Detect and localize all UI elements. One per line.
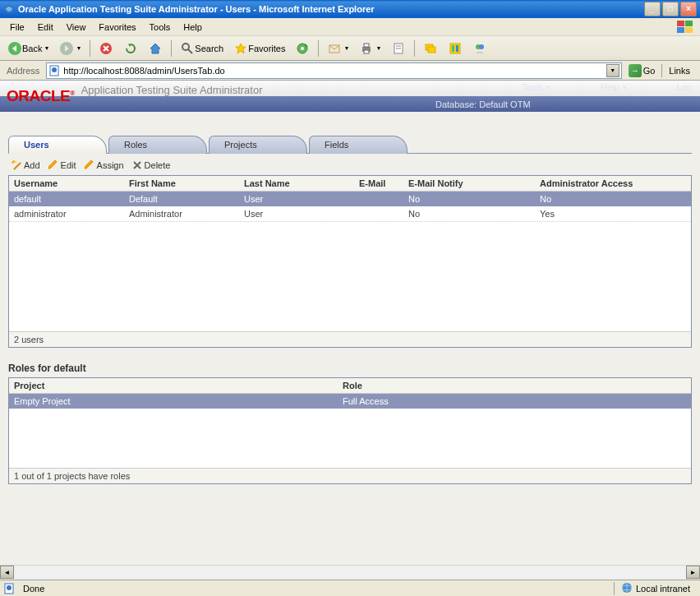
users-table-header: Username First Name Last Name E-Mail E-M… <box>9 176 691 192</box>
oracle-log-link[interactable]: Log <box>677 82 692 92</box>
menu-tools[interactable]: Tools <box>143 21 177 34</box>
research-button[interactable] <box>444 39 467 58</box>
th-username[interactable]: Username <box>9 176 124 191</box>
roles-table-body: Empty Project Full Access <box>9 394 691 468</box>
history-icon <box>295 41 310 56</box>
favorites-label: Favorites <box>248 44 285 53</box>
messenger-icon <box>472 41 487 56</box>
th-email[interactable]: E-Mail <box>354 176 403 191</box>
svg-rect-23 <box>456 45 458 52</box>
th-lastname[interactable]: Last Name <box>239 176 354 191</box>
menubar: File Edit View Favorites Tools Help <box>0 18 700 36</box>
oracle-help-link[interactable]: Help ▼ <box>601 82 628 92</box>
address-dropdown[interactable]: ▼ <box>606 64 619 77</box>
page-icon <box>48 65 60 76</box>
window-title: Oracle Application Testing Suite Adminis… <box>18 4 644 14</box>
tab-roles[interactable]: Roles <box>108 136 207 154</box>
address-input[interactable] <box>60 66 606 76</box>
oracle-logo: ORACLE® <box>7 87 75 105</box>
table-row[interactable]: Empty Project Full Access <box>9 394 691 409</box>
status-text: Done <box>20 584 571 594</box>
separator <box>414 40 415 57</box>
stop-button[interactable] <box>94 39 117 58</box>
users-table-footer: 2 users <box>9 331 691 347</box>
search-icon <box>180 41 195 56</box>
close-button[interactable]: × <box>680 2 697 16</box>
home-icon <box>148 41 163 56</box>
th-role[interactable]: Role <box>338 378 691 393</box>
content-area: Users Roles Projects Fields Add Edit Ass… <box>0 112 700 565</box>
separator <box>318 40 319 57</box>
tab-projects[interactable]: Projects <box>209 136 307 154</box>
svg-rect-21 <box>450 44 460 53</box>
oracle-header: ORACLE® Application Testing Suite Admini… <box>0 81 700 112</box>
th-project[interactable]: Project <box>9 378 338 393</box>
oracle-database-label: Database: Default OTM <box>435 99 675 109</box>
menu-edit[interactable]: Edit <box>31 21 60 34</box>
scroll-left-button[interactable]: ◄ <box>0 566 14 579</box>
search-button[interactable]: Search <box>176 39 228 58</box>
th-firstname[interactable]: First Name <box>124 176 239 191</box>
svg-rect-14 <box>364 44 369 47</box>
svg-line-9 <box>188 49 192 53</box>
menu-file[interactable]: File <box>3 21 31 34</box>
chevron-down-icon: ▼ <box>343 45 349 51</box>
tabs: Users Roles Projects Fields <box>8 135 692 154</box>
back-button[interactable]: Back ▼ <box>3 39 53 58</box>
oracle-tools-link[interactable]: Tools ▼ <box>522 82 551 92</box>
assign-button[interactable]: Assign <box>85 160 124 170</box>
svg-rect-1 <box>677 21 684 26</box>
separator <box>90 40 90 57</box>
chevron-down-icon: ▼ <box>44 45 49 51</box>
menu-help[interactable]: Help <box>177 21 209 34</box>
back-label: Back <box>22 44 42 53</box>
pencil-icon <box>85 160 94 170</box>
users-table-body: default Default User No No administrator… <box>9 192 691 331</box>
address-label: Address <box>3 66 43 76</box>
maximize-button[interactable]: □ <box>662 2 679 16</box>
delete-icon <box>132 160 142 170</box>
window-titlebar: Oracle Application Testing Suite Adminis… <box>0 0 700 18</box>
scroll-right-button[interactable]: ► <box>686 566 700 579</box>
scroll-track[interactable] <box>14 566 686 580</box>
edit-button[interactable]: Edit <box>48 160 76 170</box>
roles-table: Project Role Empty Project Full Access 1… <box>8 377 692 484</box>
tab-fields[interactable]: Fields <box>309 136 408 154</box>
delete-button[interactable]: Delete <box>132 160 171 170</box>
mail-button[interactable]: ▼ <box>323 39 353 58</box>
table-row[interactable]: default Default User No No <box>9 192 691 206</box>
forward-button[interactable]: ▼ <box>55 39 85 58</box>
address-input-wrap[interactable]: ▼ <box>46 62 621 79</box>
edit-button[interactable] <box>387 39 410 58</box>
table-row[interactable]: administrator Administrator User No Yes <box>9 206 691 222</box>
horizontal-scrollbar[interactable]: ◄ ► <box>0 565 700 580</box>
add-button[interactable]: Add <box>12 160 40 170</box>
links-button[interactable]: Links <box>661 64 697 77</box>
svg-rect-22 <box>452 45 454 52</box>
roles-table-footer: 1 out of 1 projects have roles <box>9 468 691 483</box>
oracle-subtitle: Application Testing Suite Administrator <box>81 81 263 96</box>
menu-favorites[interactable]: Favorites <box>92 21 142 34</box>
action-toolbar: Add Edit Assign Delete <box>8 154 692 175</box>
page-status-icon <box>3 583 15 594</box>
intranet-icon <box>621 582 633 595</box>
th-admin[interactable]: Administrator Access <box>535 176 691 191</box>
menu-view[interactable]: View <box>60 21 93 34</box>
messenger-button[interactable] <box>468 39 491 58</box>
oracle-top-links: Tools ▼ Help ▼ Log <box>522 82 692 92</box>
favorites-button[interactable]: Favorites <box>229 39 289 58</box>
svg-rect-4 <box>685 27 693 33</box>
discuss-button[interactable] <box>419 39 442 58</box>
tab-users[interactable]: Users <box>8 136 107 154</box>
go-button[interactable]: → Go <box>625 62 659 79</box>
refresh-button[interactable] <box>119 39 142 58</box>
history-button[interactable] <box>291 39 314 58</box>
back-icon <box>7 41 22 56</box>
svg-point-27 <box>52 67 57 72</box>
discuss-icon <box>423 41 438 56</box>
home-button[interactable] <box>144 39 167 58</box>
th-notify[interactable]: E-Mail Notify <box>403 176 535 191</box>
minimize-button[interactable]: _ <box>644 2 661 16</box>
add-icon <box>12 160 21 170</box>
print-button[interactable]: ▼ <box>355 39 385 58</box>
